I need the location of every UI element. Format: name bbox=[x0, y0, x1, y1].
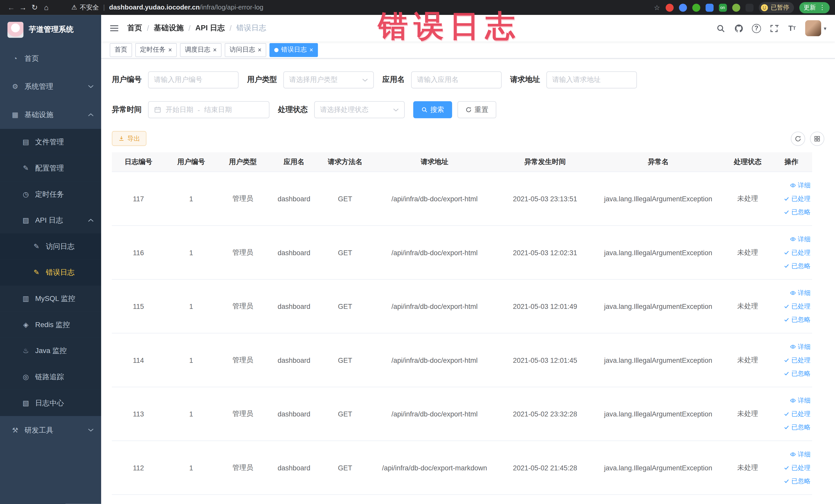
app-frame: 芋道管理系统 ◔首页⚙系统管理▦基础设施▤文件管理✎配置管理◷定时任务▨API … bbox=[0, 15, 835, 504]
breadcrumb-item-0[interactable]: 首页 bbox=[127, 23, 142, 33]
action-processed-link[interactable]: 已处理 bbox=[783, 248, 811, 257]
fullscreen-icon[interactable] bbox=[769, 23, 779, 33]
request-url-input[interactable]: 请输入请求地址 bbox=[547, 72, 637, 88]
tab-3[interactable]: 访问日志× bbox=[225, 43, 266, 57]
action-processed-link[interactable]: 已处理 bbox=[783, 409, 811, 418]
sidebar-item-infra[interactable]: ▦基础设施 bbox=[0, 101, 101, 129]
sidebar-item-api-log[interactable]: ▨API 日志 bbox=[0, 207, 101, 234]
cell-user-type: 管理员 bbox=[217, 463, 268, 472]
dark-paw-extension-icon[interactable] bbox=[745, 3, 753, 11]
sidebar-item-access-log[interactable]: ✎访问日志 bbox=[0, 234, 101, 260]
reset-button[interactable]: 重置 bbox=[457, 101, 496, 118]
action-ignore-link[interactable]: 已忽略 bbox=[783, 207, 811, 217]
sidebar-item-home[interactable]: ◔首页 bbox=[0, 44, 101, 73]
sidebar-item-mysql[interactable]: ▥MySQL 监控 bbox=[0, 285, 101, 312]
column-header-9: 操作 bbox=[771, 152, 812, 172]
action-ignore-link[interactable]: 已忽略 bbox=[783, 261, 811, 270]
chrome-update-button[interactable]: 更新 ⋮ bbox=[799, 2, 830, 13]
process-status-select[interactable]: 请选择处理状态 bbox=[314, 101, 405, 118]
app-name-input[interactable]: 请输入应用名 bbox=[411, 72, 502, 88]
action-ignore-link[interactable]: 已忽略 bbox=[783, 477, 811, 485]
user-type-select[interactable]: 请选择用户类型 bbox=[283, 72, 374, 88]
site-security[interactable]: ⚠ 不安全 bbox=[72, 3, 99, 12]
table-body: 1171管理员dashboardGET/api/infra/db-doc/exp… bbox=[112, 172, 812, 495]
github-icon[interactable] bbox=[734, 23, 744, 33]
tab-4[interactable]: 错误日志× bbox=[269, 43, 318, 57]
cell-time: 2021-05-02 23:32:28 bbox=[498, 410, 592, 418]
tab-1[interactable]: 定时任务× bbox=[135, 43, 177, 57]
action-ignore-link[interactable]: 已忽略 bbox=[783, 369, 811, 378]
chevron-down-icon bbox=[393, 108, 399, 112]
blue-grid-extension-icon[interactable] bbox=[705, 3, 713, 11]
forward-icon[interactable]: → bbox=[17, 3, 29, 12]
user-menu[interactable]: ▾ bbox=[805, 20, 827, 36]
blue-dot-extension-icon[interactable] bbox=[679, 3, 687, 11]
log-center-icon: ▧ bbox=[21, 399, 30, 407]
tab-0[interactable]: 首页 bbox=[109, 43, 132, 57]
close-icon[interactable]: × bbox=[258, 47, 262, 53]
red-circle-extension-icon[interactable] bbox=[665, 3, 673, 11]
profile-paused-chip[interactable]: 已暂停 bbox=[758, 2, 794, 13]
action-detail-link[interactable]: 详细 bbox=[790, 288, 811, 297]
search-icon[interactable] bbox=[716, 23, 726, 33]
date-range-picker[interactable]: 开始日期 - 结束日期 bbox=[148, 101, 269, 118]
sidebar-item-log-center[interactable]: ▧日志中心 bbox=[0, 390, 101, 416]
kebab-menu-icon[interactable]: ⋮ bbox=[819, 4, 826, 11]
sidebar-item-dev-tools[interactable]: ⚒研发工具 bbox=[0, 416, 101, 444]
breadcrumb-item-3[interactable]: 错误日志 bbox=[237, 23, 266, 33]
home-icon[interactable]: ⌂ bbox=[41, 3, 53, 12]
address-bar[interactable]: dashboard.yudao.iocoder.cn/infra/log/api… bbox=[109, 4, 263, 11]
sidebar-item-system[interactable]: ⚙系统管理 bbox=[0, 73, 101, 101]
search-button[interactable]: 搜索 bbox=[413, 101, 452, 118]
hamburger-icon[interactable] bbox=[109, 24, 119, 32]
sidebar-item-config[interactable]: ✎配置管理 bbox=[0, 155, 101, 181]
export-button[interactable]: 导出 bbox=[112, 131, 147, 146]
on-badge-extension-icon[interactable]: on bbox=[719, 3, 727, 11]
breadcrumb-item-1[interactable]: 基础设施 bbox=[154, 23, 184, 33]
export-button-label: 导出 bbox=[127, 134, 140, 143]
sidebar-item-java[interactable]: ♨Java 监控 bbox=[0, 338, 101, 364]
reload-icon[interactable]: ↻ bbox=[29, 3, 41, 12]
sidebar-item-label: 链路追踪 bbox=[35, 372, 64, 382]
action-processed-link[interactable]: 已处理 bbox=[783, 194, 811, 203]
chevron-down-icon: ▾ bbox=[824, 25, 826, 31]
action-detail-link[interactable]: 详细 bbox=[790, 235, 811, 244]
action-processed-link[interactable]: 已处理 bbox=[783, 463, 811, 472]
back-icon[interactable]: ← bbox=[5, 3, 17, 12]
update-label: 更新 bbox=[804, 3, 816, 11]
refresh-table-button[interactable] bbox=[791, 131, 805, 146]
sidebar-item-file[interactable]: ▤文件管理 bbox=[0, 129, 101, 155]
action-detail-link[interactable]: 详细 bbox=[790, 396, 811, 405]
column-settings-button[interactable] bbox=[810, 131, 824, 146]
close-icon[interactable]: × bbox=[213, 47, 217, 53]
action-ignore-link[interactable]: 已忽略 bbox=[783, 315, 811, 324]
action-processed-link[interactable]: 已处理 bbox=[783, 356, 811, 365]
green-circle-extension-icon[interactable] bbox=[692, 3, 700, 11]
breadcrumb-item-2[interactable]: API 日志 bbox=[195, 23, 225, 33]
close-icon[interactable]: × bbox=[309, 47, 313, 53]
sidebar-logo[interactable]: 芋道管理系统 bbox=[0, 15, 101, 44]
action-ignore-link[interactable]: 已忽略 bbox=[783, 423, 811, 431]
cell-time: 2021-05-02 21:45:28 bbox=[498, 464, 592, 472]
grid-icon bbox=[814, 135, 821, 142]
user-id-input[interactable]: 请输入用户编号 bbox=[148, 72, 239, 88]
font-size-icon[interactable]: TT bbox=[787, 23, 797, 33]
action-detail-link[interactable]: 详细 bbox=[790, 450, 811, 459]
cell-status: 未处理 bbox=[725, 463, 771, 472]
bookmark-star-icon[interactable]: ☆ bbox=[654, 3, 660, 11]
cell-time: 2021-05-03 12:02:31 bbox=[498, 248, 592, 257]
help-icon[interactable]: ? bbox=[752, 24, 761, 33]
action-detail-link[interactable]: 详细 bbox=[790, 181, 811, 190]
action-detail-link[interactable]: 详细 bbox=[790, 342, 811, 351]
leaf-extension-icon[interactable] bbox=[732, 3, 740, 11]
sidebar-item-redis[interactable]: ◈Redis 监控 bbox=[0, 312, 101, 338]
sidebar-item-job[interactable]: ◷定时任务 bbox=[0, 181, 101, 207]
action-processed-link[interactable]: 已处理 bbox=[783, 302, 811, 311]
column-header-0: 日志编号 bbox=[112, 152, 165, 172]
redis-icon: ◈ bbox=[21, 321, 30, 329]
close-icon[interactable]: × bbox=[168, 47, 172, 53]
sidebar-item-error-log[interactable]: ✎错误日志 bbox=[0, 259, 101, 285]
tab-2[interactable]: 调度日志× bbox=[180, 43, 222, 57]
cell-exception: java.lang.IllegalArgumentException bbox=[592, 410, 725, 418]
sidebar-item-trace[interactable]: ◎链路追踪 bbox=[0, 364, 101, 390]
